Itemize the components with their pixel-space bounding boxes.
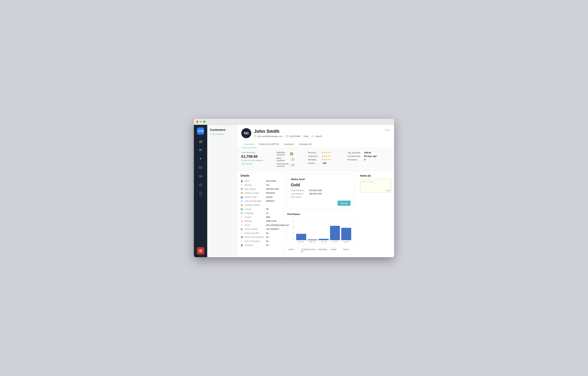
rfm-group: Recency ★★★★☆ Frequency ★★★★☆ Monetary ★…: [308, 151, 331, 167]
detail-opt-secondary: ✉ Opt in secondary No: [241, 240, 281, 242]
sidebar-bottom-menu[interactable]: [197, 247, 204, 254]
employee-icon: 👤: [241, 244, 243, 246]
all-customers-link[interactable]: ↩ All customers: [210, 133, 234, 135]
svg-point-7: [200, 167, 200, 167]
y-label-2k: 2k: [290, 226, 294, 228]
sidebar-item-mobile[interactable]: [197, 190, 204, 197]
sidebar-item-customers[interactable]: [197, 146, 204, 154]
center-panel: Status level Gold Level achieved 23rd Ma…: [284, 171, 357, 257]
language-icon: 💬: [241, 212, 243, 214]
svg-rect-1: [200, 141, 201, 143]
th-transaction-id: TRANSACTION ID: [300, 249, 317, 252]
next-review-label: Next review: [291, 196, 307, 198]
titlebar: [194, 119, 394, 125]
detail-email-sub-val: No: [266, 232, 268, 234]
customer-tier: Gold: [304, 135, 308, 137]
customer-meta: john.smith@example.com | 500125496 | Gol…: [254, 135, 322, 137]
aux-icon: 💳: [241, 204, 243, 206]
chart-label-may: May '20: [307, 241, 317, 243]
avg-purchase-value: 848.46: [364, 151, 371, 154]
last-purchase-label: Last purchase: [347, 155, 363, 157]
maximize-button[interactable]: [203, 121, 205, 123]
monetary-stars: ★★★★★: [321, 158, 331, 161]
change-status-button[interactable]: Change: [337, 201, 351, 206]
member-icon: ⚙: [241, 184, 243, 186]
chart-label-jul: Jul '20: [330, 241, 340, 243]
chart-label-apr: Apr '20: [296, 241, 306, 243]
sidebar-item-rewards[interactable]: [197, 181, 204, 188]
sidebar-item-loyalty[interactable]: [197, 155, 204, 163]
detail-language: 💬 Language en: [241, 212, 281, 214]
tab-overview[interactable]: Overview: [241, 141, 256, 148]
detail-birthday-val: 1980-10-08: [266, 220, 276, 222]
minimize-button[interactable]: [200, 121, 202, 123]
notes-title: Notes (0): [360, 174, 391, 177]
stats-bar: Last transaction €1,758.60 01 Aug 20 10:…: [237, 148, 394, 171]
add-note-button[interactable]: Add: [386, 189, 390, 192]
last-purchase-value: 68 days ago: [364, 155, 377, 157]
referral-icon: 👥: [241, 196, 243, 198]
monetary-row: Monetary ★★★★★: [308, 158, 331, 161]
bar-aug: [341, 228, 351, 240]
main-content: ND John Smith john.smith@example.com |: [237, 125, 394, 257]
status-level-name: Gold: [291, 183, 351, 187]
customer-details: John Smith john.smith@example.com |: [254, 129, 322, 137]
customer-types: Webshop customer ✅ Store customer Omnich…: [276, 151, 294, 167]
status-card-title: Status level: [291, 178, 351, 181]
last-transaction-label: Last transaction: [241, 151, 263, 154]
bar-apr: [296, 234, 306, 240]
view-receipt-link[interactable]: View receipt: [241, 163, 263, 165]
email-icon: [254, 135, 256, 137]
chart-label-aug: Aug '20: [341, 241, 351, 243]
next-review-row: Next review -: [291, 196, 351, 198]
webshop-label: Webshop customer: [276, 151, 288, 156]
detail-gender: ⚥ Gender Male: [241, 216, 281, 218]
detail-name-val: John Smith: [266, 180, 276, 182]
omnichannel-label: Omnichannel customer: [276, 163, 288, 167]
tab-receipts[interactable]: Receipts (6): [296, 141, 314, 148]
detail-phone: 📞 Phone number +44 12345876: [241, 228, 281, 230]
detail-gender-val: Male: [266, 216, 270, 218]
omnichannel-toggle[interactable]: [290, 164, 294, 166]
close-button[interactable]: [196, 121, 198, 123]
transaction-amount: €1,758.60: [241, 154, 263, 159]
detail-language-val: en: [266, 212, 268, 214]
sidebar-item-campaigns[interactable]: [197, 164, 204, 171]
nav-title: Customers: [210, 128, 234, 132]
card-icon: [286, 135, 288, 137]
tab-vouchers[interactable]: Vouchers: [282, 141, 296, 148]
customer-email: john.smith@example.com: [258, 135, 283, 137]
detail-direct-mail-val: No: [266, 236, 268, 238]
note-input-container: Add: [360, 179, 391, 193]
avg-group: Avg. purchase 848.46 Last purchase 68 da…: [347, 151, 377, 167]
notes-panel: Notes (0) Add: [357, 171, 394, 257]
details-title: Details: [241, 174, 281, 177]
last-purchase-row: Last purchase 68 days ago: [347, 155, 377, 157]
purchases-value: 6: [364, 158, 365, 161]
avg-purchase-label: Avg. purchase: [347, 152, 363, 154]
y-label-3k: 3k: [290, 220, 294, 222]
sidebar-item-vouchers[interactable]: [197, 173, 204, 180]
detail-member-num-val: 50012543: [266, 192, 275, 194]
customer-header: ND John Smith john.smith@example.com |: [237, 125, 394, 148]
opt-icon: ✉: [241, 240, 243, 242]
svg-rect-0: [199, 141, 200, 143]
app-window: ACME: [194, 119, 394, 257]
customer-name: John Smith: [254, 129, 322, 134]
recency-row: Recency ★★★★☆: [308, 151, 331, 154]
frequency-label: Frequency: [308, 155, 320, 157]
email-detail-icon: ✉: [241, 224, 243, 226]
svg-rect-15: [199, 250, 202, 250]
detail-employee: 👤 Employee No: [241, 244, 281, 246]
more-button[interactable]: ··· More: [383, 129, 390, 131]
store-toggle[interactable]: [290, 158, 294, 161]
gender-icon: ⚥: [241, 216, 243, 218]
y-label-0: 0: [290, 239, 294, 240]
svg-rect-2: [201, 140, 202, 143]
svg-rect-16: [199, 251, 202, 251]
svg-point-3: [200, 149, 201, 150]
detail-referral: 👥 Referral code oheu6x: [241, 196, 281, 198]
sidebar-item-analytics[interactable]: [197, 138, 204, 145]
tab-points[interactable]: Points (23416PTS): [256, 141, 281, 148]
monetary-label: Monetary: [308, 158, 320, 161]
